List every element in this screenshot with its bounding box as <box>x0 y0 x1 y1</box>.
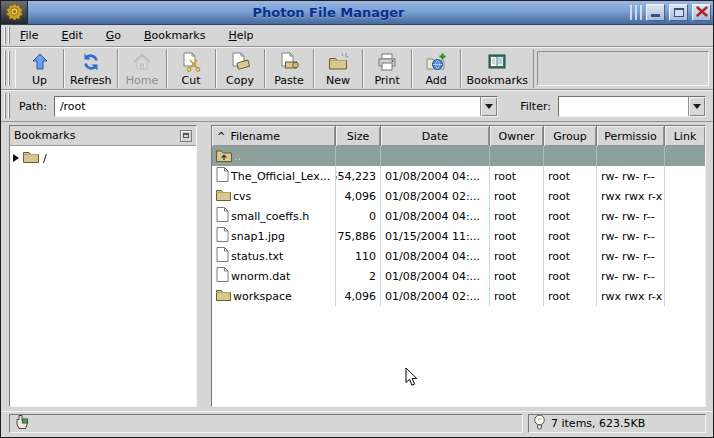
up-button[interactable]: Up <box>15 49 64 88</box>
date-cell: 01/08/2004 04:... <box>381 246 490 266</box>
table-row[interactable]: snap1.jpg 75,886 01/15/2004 11:... root … <box>212 226 705 246</box>
document-icon <box>216 247 229 265</box>
add-button-label: Add <box>425 74 446 87</box>
file-list-header: ^ Filename Size Date Owner Group Permiss… <box>212 126 705 146</box>
size-cell: 0 <box>336 206 381 226</box>
close-button[interactable] <box>692 4 711 21</box>
group-cell: root <box>544 266 597 286</box>
glove-pointer-icon <box>14 414 29 433</box>
table-row[interactable]: workspace 4,096 01/08/2004 02:... root r… <box>212 286 705 306</box>
column-header-group[interactable]: Group <box>544 126 597 146</box>
home-icon <box>132 51 152 72</box>
menu-edit[interactable]: Edit <box>56 27 87 44</box>
link-cell <box>665 226 705 246</box>
bookmarks-button[interactable]: Bookmarks <box>461 49 534 88</box>
cut-button-label: Cut <box>182 74 201 87</box>
paste-button-label: Paste <box>274 74 304 87</box>
permissions-cell: rw- rw- r-- <box>597 246 665 266</box>
group-cell: root <box>544 286 597 306</box>
new-folder-icon <box>327 51 349 72</box>
table-row-parent-dir[interactable]: .. <box>212 146 705 166</box>
table-row[interactable]: wnorm.dat 2 01/08/2004 04:... root root … <box>212 266 705 286</box>
permissions-cell <box>597 146 665 166</box>
filter-dropdown-button[interactable] <box>688 97 705 116</box>
link-cell <box>665 266 705 286</box>
expand-arrow-icon[interactable] <box>13 154 19 162</box>
path-input[interactable]: /root <box>55 97 480 116</box>
column-header-date[interactable]: Date <box>381 126 490 146</box>
titlebar[interactable]: Photon File Manager <box>1 1 713 25</box>
size-cell: 4,096 <box>336 286 381 306</box>
copy-button[interactable]: Copy <box>216 49 265 88</box>
bookmark-item-root[interactable]: / <box>13 150 193 166</box>
toolbar-empty-area <box>537 51 709 86</box>
table-row[interactable]: cvs 4,096 01/08/2004 02:... root root rw… <box>212 186 705 206</box>
group-cell: root <box>544 226 597 246</box>
cut-button[interactable]: Cut <box>167 49 216 88</box>
filename-text: The_Official_Lex... <box>231 170 330 183</box>
close-icon <box>696 6 708 20</box>
column-header-size[interactable]: Size <box>336 126 381 146</box>
owner-cell: root <box>490 286 544 306</box>
menu-file[interactable]: File <box>15 27 43 44</box>
filter-combobox[interactable] <box>558 96 706 117</box>
path-combobox[interactable]: /root <box>54 96 498 117</box>
add-bookmark-icon <box>425 51 447 72</box>
menubar-grip[interactable] <box>4 27 11 44</box>
column-header-owner[interactable]: Owner <box>490 126 544 146</box>
new-button[interactable]: New <box>314 49 363 88</box>
filename-text: snap1.jpg <box>231 230 285 243</box>
column-header-label: Link <box>674 130 697 143</box>
document-icon <box>216 227 229 245</box>
column-header-link[interactable]: Link <box>665 126 705 146</box>
minimize-button[interactable] <box>646 4 665 21</box>
home-button[interactable]: Home <box>118 49 167 88</box>
up-button-label: Up <box>32 74 47 87</box>
path-label: Path: <box>19 100 47 113</box>
table-row[interactable]: status.txt 110 01/08/2004 04:... root ro… <box>212 246 705 266</box>
folder-icon <box>216 188 231 204</box>
home-button-label: Home <box>126 74 158 87</box>
filename-cell: cvs <box>212 186 336 206</box>
path-dropdown-button[interactable] <box>480 97 497 116</box>
window-menu-button[interactable] <box>1 1 28 24</box>
document-icon <box>216 267 229 285</box>
filter-input[interactable] <box>559 97 688 116</box>
print-button[interactable]: Print <box>363 49 412 88</box>
refresh-button[interactable]: Refresh <box>64 49 118 88</box>
column-header-permissions[interactable]: Permissio <box>597 126 665 146</box>
date-cell: 01/15/2004 11:... <box>381 226 490 246</box>
gear-icon <box>6 3 23 23</box>
size-cell: 4,096 <box>336 186 381 206</box>
column-header-label: Filename <box>230 130 280 143</box>
pathbar: Path: /root Filter: <box>1 90 713 122</box>
filename-cell: snap1.jpg <box>212 226 336 246</box>
document-icon <box>216 207 229 225</box>
new-button-label: New <box>326 74 350 87</box>
maximize-button[interactable] <box>669 4 688 21</box>
statusbar: 7 items, 623.5KB <box>1 411 713 437</box>
paste-button[interactable]: Paste <box>265 49 314 88</box>
menu-help[interactable]: Help <box>223 27 258 44</box>
photon-file-manager-window: Photon File Manager File Edit Go Bookmar… <box>0 0 714 438</box>
window-title: Photon File Manager <box>28 1 629 24</box>
size-cell <box>336 146 381 166</box>
owner-cell <box>490 146 544 166</box>
toolbar-grip[interactable] <box>4 51 11 86</box>
folder-icon <box>216 288 231 304</box>
menu-bookmarks[interactable]: Bookmarks <box>139 27 210 44</box>
menu-go[interactable]: Go <box>101 27 126 44</box>
sort-ascending-icon: ^ <box>217 131 225 142</box>
table-row[interactable]: The_Official_Lex... 554,223 01/08/2004 0… <box>212 166 705 186</box>
items-summary-text: 7 items, 623.5KB <box>551 417 645 430</box>
panel-collapse-button[interactable] <box>180 130 192 142</box>
date-cell: 01/08/2004 02:... <box>381 286 490 306</box>
table-row[interactable]: small_coeffs.h 0 01/08/2004 04:... root … <box>212 206 705 226</box>
pathbar-grip[interactable] <box>4 93 11 119</box>
column-header-filename[interactable]: ^ Filename <box>212 126 336 146</box>
add-button[interactable]: Add <box>412 49 461 88</box>
column-header-label: Date <box>422 130 448 143</box>
lightbulb-icon <box>533 414 546 434</box>
refresh-icon <box>81 51 101 72</box>
filename-cell: small_coeffs.h <box>212 206 336 226</box>
